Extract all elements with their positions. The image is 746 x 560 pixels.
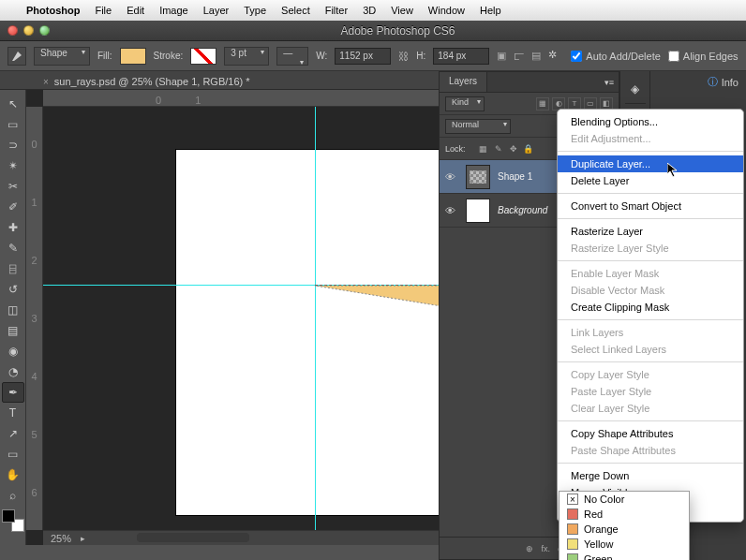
menu-view[interactable]: View <box>383 5 421 16</box>
stroke-swatch[interactable] <box>190 48 216 65</box>
menu-edit[interactable]: Edit <box>119 5 152 16</box>
menu-select[interactable]: Select <box>274 5 318 16</box>
menu-filter[interactable]: Filter <box>318 5 355 16</box>
visibility-icon[interactable]: 👁 <box>445 171 458 183</box>
stroke-width-select[interactable]: 3 pt <box>224 47 269 66</box>
menu-file[interactable]: File <box>87 5 119 16</box>
width-input[interactable] <box>335 48 391 65</box>
window-titlebar: Adobe Photoshop CS6 <box>0 21 746 41</box>
tool-mode-select[interactable]: Shape <box>34 47 90 66</box>
height-input[interactable] <box>433 48 489 65</box>
brush-tool-icon[interactable]: ✎ <box>2 238 24 258</box>
link-layers-icon[interactable]: ⊕ <box>526 544 533 553</box>
layers-dock-icon[interactable]: ◈ <box>622 77 649 101</box>
panel-tabs: Layers ▾≡ <box>440 72 619 93</box>
foreground-color-icon[interactable] <box>2 509 15 523</box>
color-item-no-color[interactable]: No Color <box>560 492 689 507</box>
quick-select-tool-icon[interactable]: ✴ <box>2 155 24 176</box>
app-name[interactable]: Photoshop <box>19 5 87 16</box>
link-wh-icon[interactable]: ⛓ <box>398 51 409 62</box>
close-window-icon[interactable] <box>7 25 18 36</box>
ctx-item-convert-to-smart-object[interactable]: Convert to Smart Object <box>558 198 743 214</box>
path-arrangement-icon[interactable]: ▤ <box>531 50 541 62</box>
layers-tab[interactable]: Layers <box>440 72 487 92</box>
ruler-vertical[interactable]: 0 1 2 3 4 5 6 <box>26 107 43 530</box>
layer-name[interactable]: Background <box>498 205 547 215</box>
menu-image[interactable]: Image <box>152 5 196 16</box>
zoom-tool-icon[interactable]: ⌕ <box>2 485 24 506</box>
type-tool-icon[interactable]: T <box>2 403 24 423</box>
layer-thumbnail[interactable] <box>466 199 490 223</box>
auto-add-delete-checkbox[interactable]: Auto Add/Delete <box>571 51 661 62</box>
close-tab-icon[interactable]: × <box>43 77 49 87</box>
filter-pixel-icon[interactable]: ▦ <box>536 97 549 111</box>
rectangle-tool-icon[interactable]: ▭ <box>2 444 24 464</box>
lock-position-icon[interactable]: ✥ <box>507 142 520 155</box>
crop-tool-icon[interactable]: ✂ <box>2 176 24 197</box>
marquee-tool-icon[interactable]: ▭ <box>2 114 24 135</box>
healing-tool-icon[interactable]: ✚ <box>2 217 24 238</box>
info-icon: ⓘ <box>708 75 718 89</box>
color-swatch-icon <box>567 494 578 505</box>
blur-tool-icon[interactable]: ◉ <box>2 341 24 361</box>
color-item-yellow[interactable]: Yellow <box>560 537 689 552</box>
move-tool-icon[interactable]: ↖ <box>2 94 24 114</box>
pen-tool-icon[interactable] <box>7 47 26 66</box>
visibility-icon[interactable]: 👁 <box>445 205 458 216</box>
ctx-item-delete-layer[interactable]: Delete Layer <box>558 172 743 189</box>
scrollbar-horizontal[interactable] <box>137 533 249 542</box>
menu-help[interactable]: Help <box>472 5 509 16</box>
color-item-orange[interactable]: Orange <box>560 522 689 537</box>
menu-layer[interactable]: Layer <box>196 5 237 16</box>
eyedropper-tool-icon[interactable]: ✐ <box>2 197 24 217</box>
menu-type[interactable]: Type <box>236 5 274 16</box>
ctx-item-create-clipping-mask[interactable]: Create Clipping Mask <box>558 299 743 316</box>
ctx-item-copy-shape-attributes[interactable]: Copy Shape Attributes <box>558 425 743 442</box>
menu-3d[interactable]: 3D <box>355 5 383 16</box>
layer-thumbnail[interactable] <box>466 165 490 189</box>
dodge-tool-icon[interactable]: ◔ <box>2 361 24 382</box>
history-brush-tool-icon[interactable]: ↺ <box>2 279 24 300</box>
path-operations-icon[interactable]: ▣ <box>497 50 506 62</box>
info-panel-button[interactable]: ⓘ Info <box>702 73 744 91</box>
stroke-style-select[interactable]: — <box>276 47 308 66</box>
pen-tool-icon[interactable]: ✒ <box>2 382 24 403</box>
ctx-item-duplicate-layer[interactable]: Duplicate Layer... <box>558 155 743 172</box>
color-item-green[interactable]: Green <box>560 552 689 560</box>
guide-vertical[interactable] <box>315 107 316 530</box>
path-alignment-icon[interactable]: ⫍ <box>514 51 524 62</box>
eraser-tool-icon[interactable]: ◫ <box>2 300 24 320</box>
ctx-item-blending-options[interactable]: Blending Options... <box>558 113 743 130</box>
ctx-item-merge-down[interactable]: Merge Down <box>558 467 743 484</box>
lock-pixels-icon[interactable]: ✎ <box>492 142 505 155</box>
fx-icon[interactable]: fx. <box>541 544 550 553</box>
stroke-label: Stroke: <box>154 51 184 61</box>
lock-transparent-icon[interactable]: ▦ <box>477 142 490 155</box>
panel-menu-icon[interactable]: ▾≡ <box>600 72 619 92</box>
zoom-window-icon[interactable] <box>39 25 50 36</box>
lasso-tool-icon[interactable]: ⊃ <box>2 135 24 155</box>
document-tab[interactable]: × sun_rays.psd @ 25% (Shape 1, RGB/16) * <box>34 71 260 89</box>
artboard[interactable] <box>176 150 455 515</box>
color-item-red[interactable]: Red <box>560 507 689 522</box>
layer-name[interactable]: Shape 1 <box>498 171 532 182</box>
ctx-item-rasterize-layer[interactable]: Rasterize Layer <box>558 223 743 240</box>
align-edges-checkbox[interactable]: Align Edges <box>668 51 739 62</box>
stamp-tool-icon[interactable]: ⌸ <box>2 258 24 279</box>
fill-swatch[interactable] <box>120 48 146 65</box>
macos-menubar: Photoshop File Edit Image Layer Type Sel… <box>0 0 746 21</box>
hand-tool-icon[interactable]: ✋ <box>2 464 24 485</box>
zoom-level[interactable]: 25% <box>51 533 71 544</box>
ctx-item-copy-layer-style: Copy Layer Style <box>558 366 743 383</box>
ctx-item-edit-adjustment: Edit Adjustment... <box>558 130 743 147</box>
menu-window[interactable]: Window <box>421 5 472 16</box>
minimize-window-icon[interactable] <box>23 25 34 36</box>
status-menu-icon[interactable]: ▸ <box>81 534 85 543</box>
foreground-background-swatch[interactable] <box>2 509 24 532</box>
lock-all-icon[interactable]: 🔒 <box>522 142 535 155</box>
blend-mode-select[interactable]: Normal <box>445 119 511 134</box>
gradient-tool-icon[interactable]: ▤ <box>2 320 24 341</box>
kind-select[interactable]: Kind <box>445 96 485 111</box>
gear-icon[interactable]: ✲ <box>548 49 563 64</box>
path-select-tool-icon[interactable]: ↗ <box>2 423 24 444</box>
